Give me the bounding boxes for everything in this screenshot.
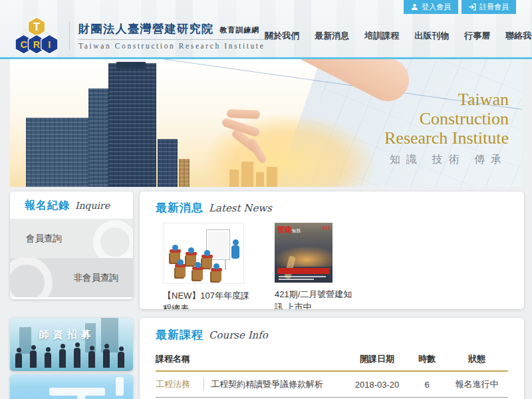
chair-graphic bbox=[193, 269, 203, 280]
night-lights-graphic bbox=[275, 247, 332, 267]
logo-letter-r: R bbox=[33, 39, 41, 50]
header: T C R I 財團法人臺灣營建研究院 教育訓練網 Taiwan Constru… bbox=[0, 14, 532, 57]
courses-title: 最新課程 bbox=[156, 327, 203, 342]
maze-path-graphic bbox=[77, 388, 85, 399]
nav-news[interactable]: 最新消息 bbox=[315, 30, 349, 42]
logo-letter-i: I bbox=[48, 39, 51, 50]
news-item-magazine[interactable]: 營建知訊 421 421期/二月號營建知訊 上市中 bbox=[275, 223, 356, 309]
finger-graphic bbox=[227, 109, 260, 119]
presenter-figure bbox=[231, 245, 239, 259]
building-graphic bbox=[179, 159, 190, 187]
maze-banner[interactable] bbox=[10, 374, 133, 399]
cover-text-line bbox=[279, 276, 326, 277]
skyscraper-graphic bbox=[108, 63, 156, 187]
nav-contact[interactable]: 聯絡我們 bbox=[505, 30, 532, 42]
person-silhouette bbox=[74, 348, 80, 368]
col-start-date: 開課日期 bbox=[346, 353, 408, 365]
magazine-cover-thumbnail: 營建知訊 421 bbox=[275, 223, 332, 283]
register-button[interactable]: 註冊會員 bbox=[462, 0, 516, 14]
site-subtitle-zh: 教育訓練網 bbox=[220, 25, 260, 35]
course-hours: 6 bbox=[408, 380, 446, 390]
audience-figure bbox=[172, 245, 178, 251]
col-course-name: 課程名稱 bbox=[156, 353, 346, 365]
magazine-logo: 營建知訊 bbox=[277, 225, 301, 235]
building-graphic bbox=[158, 139, 178, 187]
person-silhouette bbox=[15, 353, 22, 368]
login-button[interactable]: 登入會員 bbox=[404, 0, 458, 14]
skyline-silhouette bbox=[267, 167, 277, 187]
presenter-figure bbox=[233, 239, 239, 245]
classroom-thumbnail bbox=[163, 223, 244, 284]
member-inquiry-button[interactable]: 會員查詢 bbox=[10, 219, 133, 258]
news-caption: 421期/二月號營建知訊 上市中 bbox=[275, 288, 356, 309]
person-silhouette bbox=[118, 352, 124, 368]
chair-graphic bbox=[211, 270, 221, 281]
register-arrow-icon bbox=[469, 3, 476, 11]
page: 登入會員 註冊會員 T C R I 財團法人臺灣營建研究院 教育訓練網 bbox=[0, 0, 532, 399]
register-label: 註冊會員 bbox=[479, 2, 509, 12]
course-category: 工程法務 bbox=[156, 378, 198, 390]
course-row[interactable]: 工程法務 工程契約精讀暨爭議條款解析 2018-03-20 6 報名進行中 bbox=[156, 372, 508, 398]
building-graphic bbox=[88, 88, 110, 187]
nav-calendar[interactable]: 行事曆 bbox=[464, 30, 490, 42]
hero-title-line3: Research Institute bbox=[384, 128, 509, 148]
teacher-recruit-label: 師資招募 bbox=[10, 329, 124, 341]
person-silhouette bbox=[59, 349, 66, 368]
hero-title: Taiwan Construction Research Institute bbox=[384, 90, 509, 148]
person-silhouette bbox=[88, 351, 95, 368]
course-date: 2018-03-20 bbox=[346, 380, 408, 390]
member-inquiry-label: 會員查詢 bbox=[10, 233, 62, 245]
nav-publications[interactable]: 出版刊物 bbox=[414, 30, 449, 42]
magnifier-icon bbox=[93, 220, 133, 258]
cover-banner-graphic bbox=[277, 268, 330, 274]
hero-title-line1: Taiwan bbox=[384, 90, 509, 109]
site-title: 財團法人臺灣營建研究院 bbox=[78, 21, 214, 37]
login-label: 登入會員 bbox=[422, 2, 451, 12]
audience-figure bbox=[195, 262, 201, 268]
courses-title-en: Course Info bbox=[209, 329, 268, 341]
inquire-card: 報名紀錄 Inquire 會員查詢 非會員查詢 bbox=[10, 192, 133, 299]
tcri-logo[interactable]: T C R I bbox=[11, 16, 62, 56]
audience-figure bbox=[213, 263, 219, 269]
title-divider bbox=[78, 39, 265, 40]
person-icon bbox=[411, 3, 418, 11]
news-title-en: Latest News bbox=[209, 202, 272, 214]
nonmember-inquiry-label: 非會員查詢 bbox=[74, 272, 134, 284]
site-title-en: Taiwan Construction Research Institute bbox=[78, 42, 265, 50]
nav-about[interactable]: 關於我們 bbox=[265, 30, 299, 42]
teacher-recruit-banner[interactable]: 師資招募 bbox=[10, 318, 133, 371]
maze-path-graphic bbox=[116, 377, 124, 396]
building-graphic bbox=[26, 118, 88, 187]
person-silhouette bbox=[103, 349, 110, 368]
nonmember-inquiry-button[interactable]: 非會員查詢 bbox=[10, 258, 133, 297]
audience-figure bbox=[188, 247, 194, 253]
course-info-card: 最新課程 Course Info 課程名稱 開課日期 時數 狀態 工程法務 工程… bbox=[140, 318, 524, 399]
chair-graphic bbox=[176, 266, 186, 277]
site-title-block: 財團法人臺灣營建研究院 教育訓練網 Taiwan Construction Re… bbox=[69, 21, 265, 50]
news-title: 最新消息 bbox=[156, 200, 203, 215]
course-status: 報名進行中 bbox=[446, 378, 508, 390]
inquire-title-en: Inquire bbox=[75, 200, 110, 211]
hero-banner: Taiwan Construction Research Institute 知… bbox=[10, 59, 522, 187]
audience-figure bbox=[178, 259, 184, 265]
course-name: 工程契約精讀暨爭議條款解析 bbox=[203, 378, 323, 390]
hero-tagline: 知識 技術 傳承 bbox=[390, 153, 507, 167]
skyline-silhouette bbox=[229, 170, 239, 187]
inquire-title: 報名紀錄 bbox=[25, 199, 70, 213]
col-status: 狀態 bbox=[446, 353, 508, 365]
skyline-silhouette bbox=[241, 162, 253, 187]
magnifier-icon bbox=[10, 258, 53, 297]
nav-courses[interactable]: 培訓課程 bbox=[364, 30, 399, 42]
course-table-header: 課程名稱 開課日期 時數 狀態 bbox=[156, 347, 508, 372]
main-nav: 關於我們 最新消息 培訓課程 出版刊物 行事曆 聯絡我們 課程查詢 bbox=[265, 25, 532, 47]
course-table: 課程名稱 開課日期 時數 狀態 工程法務 工程契約精讀暨爭議條款解析 2018-… bbox=[156, 347, 508, 399]
flipchart-leg bbox=[225, 259, 226, 270]
audience-figure bbox=[204, 250, 210, 256]
person-silhouette bbox=[45, 352, 51, 368]
col-hours: 時數 bbox=[408, 353, 446, 365]
logo-letter-c: C bbox=[20, 39, 27, 50]
header-underline bbox=[0, 57, 532, 59]
news-item-course-schedule[interactable]: 【NEW】107年年度課程總表 bbox=[163, 223, 251, 309]
logo-letter-t: T bbox=[33, 21, 40, 33]
person-silhouette bbox=[30, 350, 37, 368]
